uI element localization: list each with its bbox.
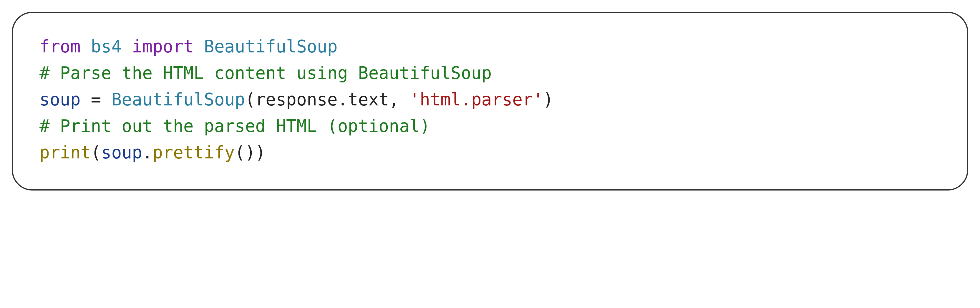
keyword-import: import <box>132 37 194 56</box>
paren-open: ( <box>91 142 101 163</box>
class-name: BeautifulSoup <box>204 37 338 56</box>
comma: , <box>389 89 409 110</box>
var-soup: soup <box>40 89 81 110</box>
comment: # Print out the parsed HTML (optional) <box>40 116 430 136</box>
method-prettify: prettify <box>153 142 235 163</box>
call-parens: () <box>235 142 256 163</box>
builtin-print: print <box>40 142 91 163</box>
arg-response-text: response.text <box>255 89 389 110</box>
code-line-4: # Print out the parsed HTML (optional) <box>40 116 430 136</box>
paren-close: ) <box>543 89 554 110</box>
code-line-2: # Parse the HTML content using Beautiful… <box>40 63 492 83</box>
code-card: from bs4 import BeautifulSoup # Parse th… <box>12 12 968 190</box>
class-call: BeautifulSoup <box>111 89 245 110</box>
equals: = <box>81 89 111 110</box>
comment: # Parse the HTML content using Beautiful… <box>40 63 492 83</box>
module-name: bs4 <box>91 37 122 56</box>
paren-open: ( <box>245 89 255 110</box>
code-line-3: soup = BeautifulSoup(response.text, 'htm… <box>40 89 554 110</box>
string-html-parser: 'html.parser' <box>409 89 543 110</box>
dot: . <box>142 142 153 163</box>
var-soup: soup <box>101 142 143 163</box>
code-line-5: print(soup.prettify()) <box>40 142 266 163</box>
keyword-from: from <box>40 37 81 56</box>
code-block: from bs4 import BeautifulSoup # Parse th… <box>40 34 940 166</box>
code-line-1: from bs4 import BeautifulSoup <box>40 37 338 56</box>
paren-close: ) <box>255 142 266 163</box>
